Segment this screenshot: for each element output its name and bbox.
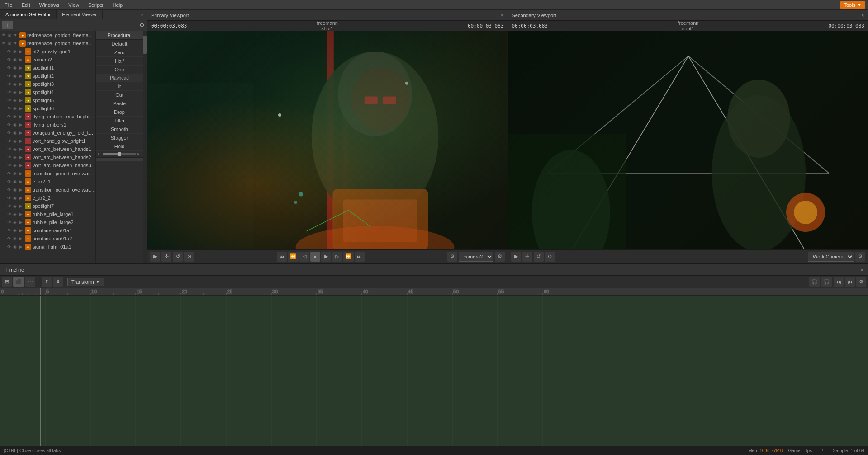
- menu-scripts[interactable]: Scripts: [86, 1, 105, 9]
- lock-icon[interactable]: ◉: [12, 179, 18, 184]
- eye-icon[interactable]: 👁: [6, 49, 12, 54]
- eye-icon[interactable]: 👁: [6, 211, 12, 217]
- eye-icon[interactable]: 👁: [6, 179, 12, 184]
- procedural-item-zero[interactable]: Zero: [96, 48, 143, 57]
- expand-icon[interactable]: ▶: [18, 98, 24, 103]
- secondary-camera-select[interactable]: Work Camera: [808, 252, 854, 262]
- timeline-content[interactable]: [0, 296, 868, 446]
- procedural-item-in[interactable]: In: [96, 82, 143, 91]
- timeline-settings-btn[interactable]: ⚙: [856, 277, 866, 287]
- expand-icon[interactable]: ▶: [18, 89, 24, 95]
- timeline-mode-btn-2[interactable]: ⬛: [13, 277, 24, 287]
- primary-viewport-close[interactable]: ×: [500, 12, 503, 19]
- expand-icon[interactable]: ▶: [18, 228, 24, 233]
- primary-record-btn[interactable]: ⊙: [184, 252, 194, 262]
- procedural-item-stagger[interactable]: Stagger: [96, 134, 143, 142]
- lock-icon[interactable]: ◉: [12, 106, 18, 111]
- eye-icon[interactable]: 👁: [6, 155, 12, 160]
- tree-item[interactable]: 👁 ◉ ▶ ● signal_light_01a1: [0, 243, 95, 251]
- timeline-headphone-btn-1[interactable]: 🎧: [809, 277, 820, 287]
- tab-element-viewer[interactable]: Element Viewer: [57, 10, 103, 19]
- expand-icon[interactable]: ▶: [18, 65, 24, 70]
- procedural-item-default[interactable]: Default: [96, 40, 143, 48]
- procedural-item-playhead[interactable]: Playhead: [96, 74, 143, 82]
- procedural-item-drop[interactable]: Drop: [96, 108, 143, 117]
- tree-item[interactable]: 👁 ◉ ▶ ● camera2: [0, 56, 95, 64]
- primary-viewport-settings-btn[interactable]: ⚙: [495, 252, 505, 262]
- menu-windows[interactable]: Windows: [38, 1, 62, 9]
- timeline-headphone-btn-2[interactable]: 🎧: [821, 277, 832, 287]
- tree-item[interactable]: 👁 ◉ ▶ ● c_ar2_2: [0, 194, 95, 202]
- primary-move-tool[interactable]: ✛: [161, 252, 171, 262]
- tree-area[interactable]: 👁 ◉ ▼ ● redmenace_gordon_freema... 👁 ◉ ▼…: [0, 31, 95, 263]
- primary-step-back-btn[interactable]: ⏪: [288, 252, 299, 262]
- eye-icon[interactable]: 👁: [1, 33, 6, 38]
- expand-icon[interactable]: ▶: [18, 49, 24, 54]
- expand-icon[interactable]: ▶: [18, 203, 24, 209]
- tree-item[interactable]: 👁 ◉ ▶ ★ spotlight7: [0, 202, 95, 210]
- primary-prev-key-btn[interactable]: ◁: [299, 252, 309, 262]
- panel-close-button[interactable]: ×: [138, 11, 147, 18]
- eye-icon[interactable]: 👁: [6, 203, 12, 209]
- expand-icon[interactable]: ▶: [18, 244, 24, 249]
- eye-icon[interactable]: 👁: [6, 130, 12, 136]
- primary-camera-select[interactable]: camera2: [459, 252, 493, 262]
- tree-item[interactable]: 👁 ◉ ▶ ★ spotlight5: [0, 96, 95, 104]
- lock-icon[interactable]: ◉: [12, 244, 18, 249]
- tree-item[interactable]: 👁 ◉ ▶ ● combinetrain01a1: [0, 226, 95, 235]
- expand-icon[interactable]: ▶: [18, 236, 24, 241]
- lock-icon[interactable]: ◉: [12, 171, 18, 176]
- eye-icon[interactable]: 👁: [6, 146, 12, 152]
- primary-step-fwd-btn[interactable]: ⏩: [343, 252, 354, 262]
- lock-icon[interactable]: ◉: [12, 130, 18, 136]
- tree-item[interactable]: 👁 ◉ ▶ ✦ vort_arc_between_hands3: [0, 161, 95, 169]
- lock-icon[interactable]: ◉: [12, 211, 18, 217]
- tree-item[interactable]: 👁 ◉ ▶ ● hl2_gravity_gun1: [0, 47, 95, 56]
- expand-icon[interactable]: ▼: [13, 33, 18, 38]
- tree-item[interactable]: 👁 ◉ ▶ ★ spotlight2: [0, 72, 95, 80]
- secondary-select-tool[interactable]: ▶: [511, 252, 521, 262]
- tree-item[interactable]: 👁 ◉ ▶ ● rubble_pile_large2: [0, 218, 95, 226]
- procedural-item-smooth[interactable]: Smooth: [96, 125, 143, 134]
- procedural-item-half[interactable]: Half: [96, 57, 143, 66]
- primary-next-key-btn[interactable]: ▷: [332, 252, 342, 262]
- primary-rotate-tool[interactable]: ↺: [173, 252, 183, 262]
- tree-item[interactable]: 👁 ◉ ▶ ✦ vort_arc_between_hands2: [0, 153, 95, 161]
- tree-item[interactable]: 👁 ◉ ▼ ● redmenace_gordon_freema...: [0, 31, 95, 39]
- tree-item[interactable]: 👁 ◉ ▶ ● c_ar2_1: [0, 178, 95, 186]
- expand-icon[interactable]: ▶: [18, 171, 24, 176]
- tree-item[interactable]: 👁 ◉ ▶ ● transition_period_overwatc...: [0, 186, 95, 194]
- secondary-viewport-close[interactable]: ×: [861, 12, 864, 19]
- timeline-mode-btn-3[interactable]: 〰: [25, 277, 35, 287]
- tools-button[interactable]: Tools ▼: [840, 1, 865, 9]
- expand-icon[interactable]: ▶: [18, 106, 24, 111]
- eye-icon[interactable]: 👁: [6, 89, 12, 95]
- procedural-item-jitter[interactable]: Jitter: [96, 117, 143, 125]
- eye-icon[interactable]: 👁: [6, 220, 12, 225]
- lock-icon[interactable]: ◉: [12, 195, 18, 201]
- lock-icon[interactable]: ◉: [12, 65, 18, 70]
- tree-item[interactable]: 👁 ◉ ▶ ✦ vort_hand_glow_bright1: [0, 137, 95, 145]
- lock-icon[interactable]: ◉: [12, 138, 18, 144]
- lock-icon[interactable]: ◉: [12, 220, 18, 225]
- expand-icon[interactable]: ▶: [18, 146, 24, 152]
- lock-icon[interactable]: ◉: [12, 49, 18, 54]
- procedural-slider[interactable]: [103, 153, 136, 155]
- tree-item[interactable]: 👁 ◉ ▶ ★ spotlight6: [0, 104, 95, 113]
- expand-icon[interactable]: ▶: [18, 220, 24, 225]
- procedural-item-one[interactable]: One: [96, 66, 143, 74]
- expand-icon[interactable]: ▼: [13, 41, 18, 46]
- horizontal-scrollbar[interactable]: [96, 157, 143, 161]
- tree-item[interactable]: 👁 ◉ ▶ ✦ flying_embers_env_bright_i...: [0, 113, 95, 121]
- expand-icon[interactable]: ▶: [18, 81, 24, 87]
- lock-icon[interactable]: ◉: [12, 122, 18, 127]
- eye-icon[interactable]: 👁: [6, 187, 12, 192]
- secondary-record-btn[interactable]: ⊙: [545, 252, 555, 262]
- tree-item[interactable]: 👁 ◉ ▶ ● transition_period_overwatc...: [0, 169, 95, 178]
- timeline-mode-btn-1[interactable]: ⊞: [2, 277, 12, 287]
- expand-icon[interactable]: ▶: [18, 195, 24, 201]
- eye-icon[interactable]: 👁: [6, 73, 12, 79]
- tree-item[interactable]: 👁 ◉ ▶ ● rubble_pile_large1: [0, 210, 95, 218]
- eye-icon[interactable]: 👁: [6, 114, 12, 119]
- tree-item[interactable]: 👁 ◉ ▼ ● redmenace_gordon_freema...: [0, 39, 95, 47]
